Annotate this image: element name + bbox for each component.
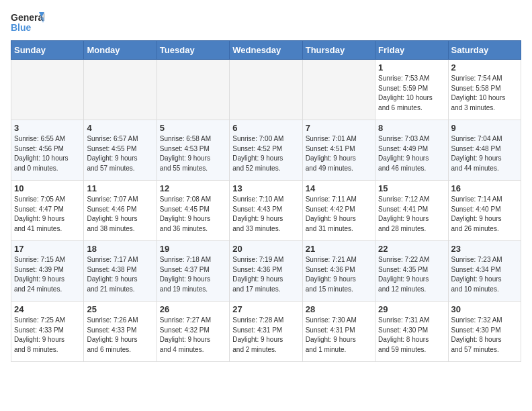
day-info: Sunrise: 7:14 AM Sunset: 4:40 PM Dayligh…: [451, 195, 518, 234]
weekday-header-saturday: Saturday: [448, 41, 521, 60]
day-info: Sunrise: 7:04 AM Sunset: 4:48 PM Dayligh…: [451, 134, 518, 173]
day-info: Sunrise: 7:03 AM Sunset: 4:49 PM Dayligh…: [378, 134, 445, 173]
day-number: 7: [306, 123, 372, 133]
calendar-cell: 10Sunrise: 7:05 AM Sunset: 4:47 PM Dayli…: [11, 181, 84, 241]
calendar-cell: 23Sunrise: 7:23 AM Sunset: 4:34 PM Dayli…: [448, 241, 521, 302]
day-info: Sunrise: 7:05 AM Sunset: 4:47 PM Dayligh…: [14, 195, 81, 234]
weekday-header-thursday: Thursday: [302, 41, 375, 60]
day-number: 25: [87, 304, 153, 314]
day-info: Sunrise: 7:25 AM Sunset: 4:33 PM Dayligh…: [14, 316, 81, 355]
calendar-cell: 27Sunrise: 7:28 AM Sunset: 4:31 PM Dayli…: [230, 302, 302, 362]
day-number: 8: [378, 123, 445, 133]
calendar-cell: [302, 60, 375, 120]
weekday-header-sunday: Sunday: [11, 41, 84, 60]
day-number: 20: [232, 244, 299, 254]
day-info: Sunrise: 7:01 AM Sunset: 4:51 PM Dayligh…: [306, 134, 372, 173]
calendar-cell: 26Sunrise: 7:27 AM Sunset: 4:32 PM Dayli…: [157, 302, 229, 362]
weekday-header-row: SundayMondayTuesdayWednesdayThursdayFrid…: [11, 41, 521, 60]
day-info: Sunrise: 7:10 AM Sunset: 4:43 PM Dayligh…: [232, 195, 299, 234]
day-number: 4: [87, 123, 153, 133]
day-info: Sunrise: 7:26 AM Sunset: 4:33 PM Dayligh…: [87, 316, 153, 355]
calendar-cell: 3Sunrise: 6:55 AM Sunset: 4:56 PM Daylig…: [11, 120, 84, 181]
calendar-cell: 20Sunrise: 7:19 AM Sunset: 4:36 PM Dayli…: [230, 241, 302, 302]
day-info: Sunrise: 7:28 AM Sunset: 4:31 PM Dayligh…: [232, 316, 299, 355]
calendar-cell: 13Sunrise: 7:10 AM Sunset: 4:43 PM Dayli…: [230, 181, 302, 241]
day-number: 21: [306, 244, 372, 254]
day-number: 6: [232, 123, 299, 133]
day-number: 10: [14, 183, 81, 193]
weekday-header-wednesday: Wednesday: [230, 41, 302, 60]
day-number: 23: [451, 244, 518, 254]
day-info: Sunrise: 7:11 AM Sunset: 4:42 PM Dayligh…: [306, 195, 372, 234]
day-info: Sunrise: 6:57 AM Sunset: 4:55 PM Dayligh…: [87, 134, 153, 173]
day-info: Sunrise: 7:32 AM Sunset: 4:30 PM Dayligh…: [451, 316, 518, 355]
calendar-cell: [11, 60, 84, 120]
day-number: 2: [451, 62, 518, 73]
calendar-cell: 25Sunrise: 7:26 AM Sunset: 4:33 PM Dayli…: [84, 302, 157, 362]
calendar-cell: 30Sunrise: 7:32 AM Sunset: 4:30 PM Dayli…: [448, 302, 521, 362]
day-number: 3: [14, 123, 81, 133]
calendar-cell: 15Sunrise: 7:12 AM Sunset: 4:41 PM Dayli…: [375, 181, 448, 241]
day-number: 27: [232, 304, 299, 314]
day-info: Sunrise: 7:17 AM Sunset: 4:38 PM Dayligh…: [87, 255, 153, 294]
svg-text:Blue: Blue: [11, 22, 32, 33]
day-number: 11: [87, 183, 153, 193]
day-number: 28: [306, 304, 372, 314]
day-number: 29: [378, 304, 445, 314]
calendar-cell: 8Sunrise: 7:03 AM Sunset: 4:49 PM Daylig…: [375, 120, 448, 181]
day-info: Sunrise: 7:27 AM Sunset: 4:32 PM Dayligh…: [160, 316, 226, 355]
day-number: 15: [378, 183, 445, 193]
day-number: 26: [160, 304, 226, 314]
day-info: Sunrise: 6:58 AM Sunset: 4:53 PM Dayligh…: [160, 134, 226, 173]
day-info: Sunrise: 7:07 AM Sunset: 4:46 PM Dayligh…: [87, 195, 153, 234]
day-info: Sunrise: 7:00 AM Sunset: 4:52 PM Dayligh…: [232, 134, 299, 173]
day-number: 22: [378, 244, 445, 254]
calendar-week-row: 10Sunrise: 7:05 AM Sunset: 4:47 PM Dayli…: [11, 181, 521, 241]
calendar-cell: 17Sunrise: 7:15 AM Sunset: 4:39 PM Dayli…: [11, 241, 84, 302]
day-info: Sunrise: 7:12 AM Sunset: 4:41 PM Dayligh…: [378, 195, 445, 234]
day-info: Sunrise: 7:21 AM Sunset: 4:36 PM Dayligh…: [306, 255, 372, 294]
day-number: 16: [451, 183, 518, 193]
calendar-cell: 4Sunrise: 6:57 AM Sunset: 4:55 PM Daylig…: [84, 120, 157, 181]
calendar-cell: [157, 60, 229, 120]
calendar-week-row: 24Sunrise: 7:25 AM Sunset: 4:33 PM Dayli…: [11, 302, 521, 362]
weekday-header-friday: Friday: [375, 41, 448, 60]
calendar-week-row: 3Sunrise: 6:55 AM Sunset: 4:56 PM Daylig…: [11, 120, 521, 181]
day-number: 14: [306, 183, 372, 193]
calendar-cell: 5Sunrise: 6:58 AM Sunset: 4:53 PM Daylig…: [157, 120, 229, 181]
calendar-cell: 28Sunrise: 7:30 AM Sunset: 4:31 PM Dayli…: [302, 302, 375, 362]
calendar-cell: 12Sunrise: 7:08 AM Sunset: 4:45 PM Dayli…: [157, 181, 229, 241]
calendar-cell: 24Sunrise: 7:25 AM Sunset: 4:33 PM Dayli…: [11, 302, 84, 362]
calendar-cell: 21Sunrise: 7:21 AM Sunset: 4:36 PM Dayli…: [302, 241, 375, 302]
calendar-cell: 19Sunrise: 7:18 AM Sunset: 4:37 PM Dayli…: [157, 241, 229, 302]
calendar-cell: 2Sunrise: 7:54 AM Sunset: 5:58 PM Daylig…: [448, 60, 521, 120]
day-info: Sunrise: 6:55 AM Sunset: 4:56 PM Dayligh…: [14, 134, 81, 173]
day-info: Sunrise: 7:54 AM Sunset: 5:58 PM Dayligh…: [451, 74, 518, 113]
logo-svg: General Blue: [11, 11, 44, 35]
day-number: 19: [160, 244, 226, 254]
calendar-cell: 9Sunrise: 7:04 AM Sunset: 4:48 PM Daylig…: [448, 120, 521, 181]
day-number: 24: [14, 304, 81, 314]
day-number: 1: [378, 62, 445, 73]
calendar-cell: 22Sunrise: 7:22 AM Sunset: 4:35 PM Dayli…: [375, 241, 448, 302]
calendar-cell: 18Sunrise: 7:17 AM Sunset: 4:38 PM Dayli…: [84, 241, 157, 302]
day-info: Sunrise: 7:31 AM Sunset: 4:30 PM Dayligh…: [378, 316, 445, 355]
day-info: Sunrise: 7:19 AM Sunset: 4:36 PM Dayligh…: [232, 255, 299, 294]
calendar-week-row: 1Sunrise: 7:53 AM Sunset: 5:59 PM Daylig…: [11, 60, 521, 120]
day-info: Sunrise: 7:18 AM Sunset: 4:37 PM Dayligh…: [160, 255, 226, 294]
day-number: 12: [160, 183, 226, 193]
calendar-cell: 11Sunrise: 7:07 AM Sunset: 4:46 PM Dayli…: [84, 181, 157, 241]
calendar-cell: 6Sunrise: 7:00 AM Sunset: 4:52 PM Daylig…: [230, 120, 302, 181]
day-number: 17: [14, 244, 81, 254]
day-number: 18: [87, 244, 153, 254]
logo: General Blue: [11, 11, 44, 35]
weekday-header-monday: Monday: [84, 41, 157, 60]
day-info: Sunrise: 7:15 AM Sunset: 4:39 PM Dayligh…: [14, 255, 81, 294]
day-info: Sunrise: 7:23 AM Sunset: 4:34 PM Dayligh…: [451, 255, 518, 294]
day-number: 5: [160, 123, 226, 133]
day-number: 30: [451, 304, 518, 314]
calendar-cell: [84, 60, 157, 120]
day-number: 13: [232, 183, 299, 193]
day-info: Sunrise: 7:53 AM Sunset: 5:59 PM Dayligh…: [378, 74, 445, 113]
calendar-cell: [230, 60, 302, 120]
